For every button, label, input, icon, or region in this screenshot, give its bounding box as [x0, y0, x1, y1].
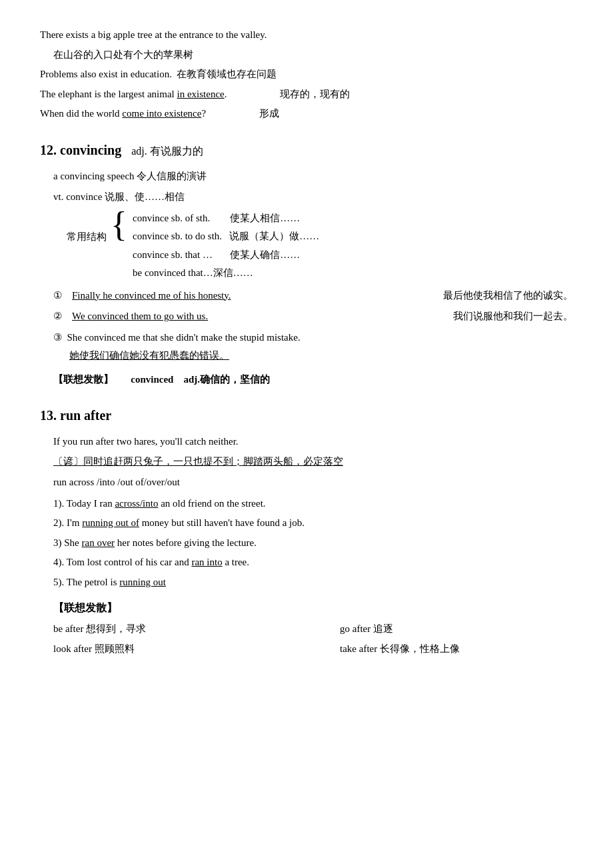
example-num-3: ③	[53, 332, 65, 343]
ran-into: ran into	[191, 557, 222, 567]
col-left-2: look after 照顾照料	[53, 641, 287, 658]
heading-12-word: 12. convincing	[40, 143, 121, 157]
lianxiang-13: 【联想发散】	[53, 599, 573, 617]
example-12-3: ③ She convinced me that she didn't make …	[53, 329, 573, 365]
run-after-example1-cn: 〔谚〕同时追赶两只兔子，一只也提不到；脚踏两头船，必定落空	[53, 453, 573, 471]
example-text-1: Finally he convinced me of his honesty.	[72, 287, 416, 305]
bracket-item-4: be convinced that…深信……	[133, 265, 319, 282]
example-1-underline: Finally he convinced me of his honesty.	[72, 290, 231, 301]
lianxiang-12: 【联想发散】 convinced adj.确信的，坚信的	[53, 371, 573, 389]
exist-cn-3: 现存的，现有的	[280, 86, 350, 103]
exist-line-2: Problems also exist in education. 在教育领域也…	[40, 66, 573, 83]
exist-line-1: There exists a big apple tree at the ent…	[40, 27, 573, 44]
num-ex-1: 1). Today I ran across/into an old frien…	[53, 495, 573, 513]
exist-en-3: The elephant is the largest animal in ex…	[40, 86, 227, 103]
example-num-1: ①	[53, 287, 67, 305]
bracket-item-3: convince sb. that … 使某人确信……	[133, 247, 319, 264]
across-into: across/into	[115, 498, 158, 509]
example-2-underline: We convinced them to go with us.	[72, 311, 208, 321]
example-num-2: ②	[53, 308, 67, 325]
example-trans-2: 我们说服他和我们一起去。	[453, 308, 573, 325]
heading-13: 13. run after	[40, 404, 573, 427]
vt-convince: vt. convince 说服、使……相信	[53, 189, 573, 206]
example-3-cn-underline: 她使我们确信她没有犯愚蠢的错误。	[69, 350, 229, 361]
bracket-item-2: convince sb. to do sth. 说服（某人）做……	[133, 228, 319, 245]
bracket-brace: {	[111, 207, 127, 242]
exist-en-1: There exists a big apple tree at the ent…	[40, 29, 267, 40]
col-right-2: take after 长得像，性格上像	[340, 641, 573, 658]
example-trans-1: 最后他使我相信了他的诚实。	[443, 287, 573, 305]
bracket-item-1: convince sb. of sth. 使某人相信……	[133, 210, 319, 227]
bracket-label: 常用结构	[67, 229, 107, 246]
heading-12-def: adj. 有说服力的	[131, 145, 203, 157]
example-text-2: We convinced them to go with us.	[72, 308, 426, 325]
num-ex-2: 2). I'm running out of money but still h…	[53, 515, 573, 532]
two-col-1: be after 想得到，寻求 go after 追逐	[53, 621, 573, 638]
heading-12: 12. convincing adj. 有说服力的	[40, 139, 573, 161]
exist-en-4: When did the world come into existence?	[40, 105, 206, 123]
section-13: 13. run after If you run after two hares…	[40, 404, 573, 657]
running-out-of: running out of	[82, 517, 139, 528]
example-3-cn: 她使我们确信她没有犯愚蠢的错误。	[69, 347, 573, 365]
num-ex-4: 4). Tom lost control of his car and ran …	[53, 554, 573, 571]
example-text-3: She convinced me that she didn't make th…	[67, 332, 301, 343]
run-after-example1-en: If you run after two hares, you'll catch…	[53, 433, 573, 451]
exist-cn-1: 在山谷的入口处有个大的苹果树	[53, 47, 573, 64]
col-right-1: go after 追逐	[340, 621, 573, 638]
bracket-structure: 常用结构 { convince sb. of sth. 使某人相信…… conv…	[67, 210, 573, 283]
run-variants: run across /into /out of/over/out	[53, 474, 573, 491]
exist-cn-4: 形成	[259, 105, 279, 123]
run-after-cn-underline: 〔谚〕同时追赶两只兔子，一只也提不到；脚踏两头船，必定落空	[53, 456, 343, 467]
num-ex-5: 5). The petrol is running out	[53, 574, 573, 591]
two-col-2: look after 照顾照料 take after 长得像，性格上像	[53, 641, 573, 658]
exist-section: There exists a big apple tree at the ent…	[40, 27, 573, 123]
exist-line-3: The elephant is the largest animal in ex…	[40, 86, 573, 103]
exist-en-2: Problems also exist in education. 在教育领域也…	[40, 69, 277, 79]
convincing-speech: a convincing speech 令人信服的演讲	[53, 168, 573, 185]
example-12-1: ① Finally he convinced me of his honesty…	[53, 287, 573, 305]
come-into-existence-phrase: come into existence	[122, 108, 201, 119]
bracket-items: convince sb. of sth. 使某人相信…… convince sb…	[133, 210, 319, 283]
example-12-2: ② We convinced them to go with us. 我们说服他…	[53, 308, 573, 325]
running-out: running out	[119, 577, 166, 587]
num-ex-3: 3) She ran over her notes before giving …	[53, 535, 573, 552]
ran-over: ran over	[82, 537, 115, 548]
section-12: 12. convincing adj. 有说服力的 a convincing s…	[40, 139, 573, 389]
col-left-1: be after 想得到，寻求	[53, 621, 287, 638]
exist-line-4: When did the world come into existence? …	[40, 105, 573, 123]
in-existence-phrase: in existence	[177, 89, 225, 99]
